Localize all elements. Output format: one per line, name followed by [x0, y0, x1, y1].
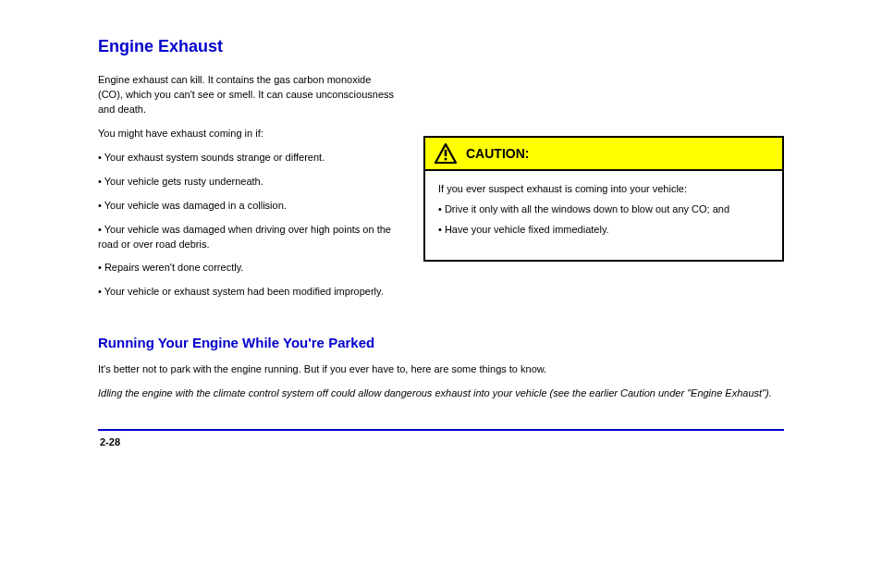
- svg-rect-1: [445, 158, 447, 161]
- lower-p2: Idling the engine with the climate contr…: [98, 386, 784, 401]
- section-title: Engine Exhaust: [98, 37, 784, 56]
- bullet-0: • Your exhaust system sounds strange or …: [98, 151, 396, 165]
- bullet-3: • Your vehicle was damaged when driving …: [98, 223, 396, 252]
- bullet-2: • Your vehicle was damaged in a collisio…: [98, 199, 396, 214]
- bullet-5: • Your vehicle or exhaust system had bee…: [98, 285, 396, 300]
- caution-bullet-1: • Drive it only with all the windows dow…: [438, 202, 769, 217]
- left-column: Engine exhaust can kill. It contains the…: [98, 73, 396, 309]
- bullet-1: • Your vehicle gets rusty underneath.: [98, 175, 396, 190]
- bullet-4: • Repairs weren't done correctly.: [98, 261, 396, 276]
- para-intro: Engine exhaust can kill. It contains the…: [98, 73, 396, 117]
- svg-rect-0: [445, 150, 447, 156]
- caution-body: If you ever suspect exhaust is coming in…: [425, 171, 782, 260]
- lower-p1: It's better not to park with the engine …: [98, 362, 784, 377]
- caution-bullet-2: • Have your vehicle fixed immediately.: [438, 223, 769, 238]
- caution-header: CAUTION:: [425, 138, 782, 171]
- lower-section: Running Your Engine While You're Parked …: [98, 333, 784, 401]
- warning-triangle-icon: [435, 143, 457, 164]
- caution-label: CAUTION:: [466, 146, 529, 161]
- caution-box: CAUTION: If you ever suspect exhaust is …: [423, 136, 784, 262]
- caution-intro: If you ever suspect exhaust is coming in…: [438, 182, 769, 197]
- para-lead: You might have exhaust coming in if:: [98, 127, 396, 141]
- subsection-title: Running Your Engine While You're Parked: [98, 333, 784, 353]
- page-number: 2-28: [100, 436, 120, 447]
- page-footer: 2-28: [98, 436, 784, 447]
- footer-rule: [98, 429, 784, 431]
